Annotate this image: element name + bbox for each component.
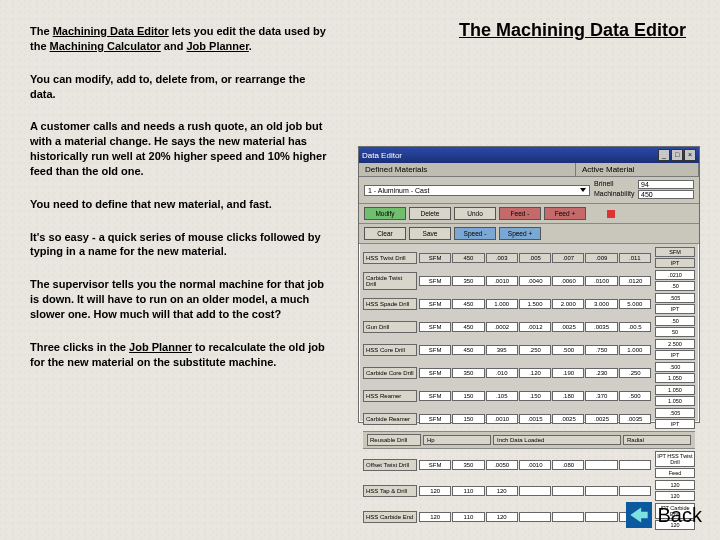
modify-button[interactable]: Modify — [364, 207, 406, 220]
material-info: Brinell94 Machinability450 — [594, 180, 694, 200]
window-titlebar: Data Editor _□× — [359, 147, 699, 163]
back-button[interactable]: Back — [626, 502, 702, 528]
speed-plus-button[interactable]: Speed + — [499, 227, 541, 240]
button-row-1: Modify Delete Undo Feed - Feed + — [359, 204, 699, 224]
close-icon: × — [684, 149, 696, 161]
material-select[interactable]: 1 - Aluminum - Cast — [364, 185, 590, 196]
back-label: Back — [658, 504, 702, 527]
header-defined-materials: Defined Materials — [359, 163, 576, 176]
header-active-material: Active Material — [576, 163, 699, 176]
delete-button[interactable]: Delete — [409, 207, 451, 220]
indicator-icon — [607, 210, 615, 218]
page-title: The Machining Data Editor — [459, 20, 686, 41]
maximize-icon: □ — [671, 149, 683, 161]
data-editor-window: Data Editor _□× Defined Materials Active… — [358, 146, 700, 423]
panel-headers: Defined Materials Active Material — [359, 163, 699, 177]
back-arrow-icon — [626, 502, 652, 528]
save-button[interactable]: Save — [409, 227, 451, 240]
window-controls[interactable]: _□× — [657, 149, 696, 161]
button-row-2: Clear Save Speed - Speed + — [359, 224, 699, 244]
paragraph-5: It's so easy - a quick series of mouse c… — [30, 230, 330, 260]
data-grid: HSS Twist Drill SFM 450 .003 .005 .007 .… — [359, 244, 699, 534]
minimize-icon: _ — [658, 149, 670, 161]
speed-minus-button[interactable]: Speed - — [454, 227, 496, 240]
feed-minus-button[interactable]: Feed - — [499, 207, 541, 220]
window-title: Data Editor — [362, 151, 402, 160]
clear-button[interactable]: Clear — [364, 227, 406, 240]
chevron-down-icon — [580, 188, 586, 192]
paragraph-3: A customer calls and needs a rush quote,… — [30, 119, 330, 178]
paragraph-4: You need to define that new material, an… — [30, 197, 330, 212]
paragraph-7: Three clicks in the Job Planner to recal… — [30, 340, 330, 370]
paragraph-6: The supervisor tells you the normal mach… — [30, 277, 330, 322]
body-text: The Machining Data Editor lets you edit … — [30, 24, 330, 388]
paragraph-2: You can modify, add to, delete from, or … — [30, 72, 330, 102]
paragraph-1: The Machining Data Editor lets you edit … — [30, 24, 330, 54]
feed-plus-button[interactable]: Feed + — [544, 207, 586, 220]
undo-button[interactable]: Undo — [454, 207, 496, 220]
